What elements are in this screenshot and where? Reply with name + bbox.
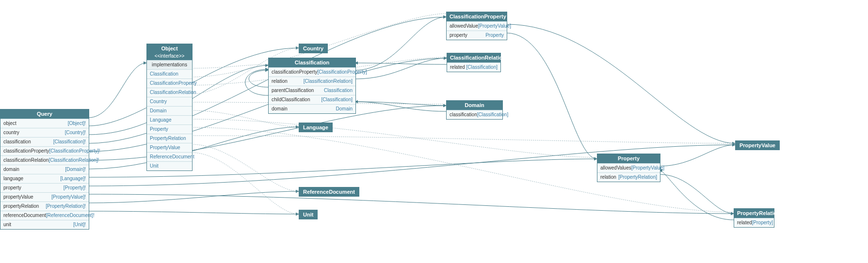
query-row-classificationproperty[interactable]: classificationProperty[ClassificationPro… (0, 146, 89, 155)
property-row-relation[interactable]: relation[PropertyRelation] (597, 172, 660, 182)
node-referencedocument[interactable]: ReferenceDocument (299, 187, 359, 197)
node-unit[interactable]: Unit (299, 210, 318, 219)
object-impl-classificationrelation[interactable]: ClassificationRelation (147, 88, 192, 97)
node-object-subtitle: <<interface>> (147, 53, 192, 60)
node-classificationrelation-title: ClassificationRelation (447, 53, 500, 62)
node-classificationproperty[interactable]: ClassificationProperty allowedValue[Prop… (446, 12, 507, 40)
classificationproperty-row-allowedvalue[interactable]: allowedValue[PropertyValue] (447, 21, 507, 31)
classification-row-domain[interactable]: domainDomain (269, 104, 355, 113)
classification-row-classificationproperty[interactable]: classificationProperty[ClassificationPro… (269, 67, 355, 77)
query-row-property[interactable]: property[Property]! (0, 183, 89, 192)
object-impl-language[interactable]: Language (147, 115, 192, 124)
object-impl-propertyrelation[interactable]: PropertyRelation (147, 134, 192, 143)
query-row-country[interactable]: country[Country]! (0, 128, 89, 137)
node-domain-title: Domain (447, 101, 502, 110)
node-country[interactable]: Country (299, 44, 328, 53)
node-classificationproperty-title: ClassificationProperty (447, 12, 507, 21)
classification-row-relation[interactable]: relation[ClassificationRelation] (269, 77, 355, 86)
propertyrelation-row-related[interactable]: related[Property] (734, 218, 774, 227)
query-row-unit[interactable]: unit[Unit]! (0, 220, 89, 229)
query-row-propertyrelation[interactable]: propertyRelation[PropertyRelation]! (0, 201, 89, 211)
object-impl-unit[interactable]: Unit (147, 161, 192, 170)
node-language[interactable]: Language (299, 123, 333, 132)
object-impl-domain[interactable]: Domain (147, 106, 192, 115)
query-row-classificationrelation[interactable]: classificationRelation[ClassificationRel… (0, 155, 89, 165)
object-impl-classificationproperty[interactable]: ClassificationProperty (147, 78, 192, 88)
node-classification-title: Classification (269, 58, 355, 67)
query-row-object[interactable]: object[Object]! (0, 119, 89, 128)
classification-row-parent[interactable]: parentClassificationClassification (269, 86, 355, 95)
object-impl-country[interactable]: Country (147, 97, 192, 106)
domain-row-classification[interactable]: classification[Classification] (447, 110, 502, 119)
node-property[interactable]: Property allowedValues[PropertyValue] re… (597, 154, 660, 182)
query-row-propertyvalue[interactable]: propertyValue[PropertyValue]! (0, 192, 89, 201)
node-query[interactable]: Query object[Object]! country[Country]! … (0, 109, 89, 230)
node-classificationrelation[interactable]: ClassificationRelation related[Classific… (447, 53, 501, 72)
node-propertyvalue[interactable]: PropertyValue (735, 140, 780, 150)
classificationrelation-row-related[interactable]: related[Classification] (447, 62, 500, 72)
classificationproperty-row-property[interactable]: propertyProperty (447, 31, 507, 40)
object-impl-section: implementations (147, 60, 192, 69)
node-object[interactable]: Object <<interface>> implementations Cla… (146, 44, 193, 171)
node-propertyrelation[interactable]: PropertyRelation related[Property] (734, 208, 774, 228)
object-impl-classification[interactable]: Classification (147, 69, 192, 78)
query-row-referencedocument[interactable]: referenceDocument[ReferenceDocument]! (0, 211, 89, 220)
node-property-title: Property (597, 154, 660, 163)
node-domain[interactable]: Domain classification[Classification] (446, 100, 503, 120)
query-row-domain[interactable]: domain[Domain]! (0, 165, 89, 174)
query-row-classification[interactable]: classification[Classification]! (0, 137, 89, 146)
node-classification[interactable]: Classification classificationProperty[Cl… (268, 58, 356, 114)
query-row-language[interactable]: language[Language]! (0, 174, 89, 183)
property-row-allowedvalues[interactable]: allowedValues[PropertyValue] (597, 163, 660, 172)
node-propertyrelation-title: PropertyRelation (734, 209, 774, 218)
classification-row-child[interactable]: childClassification[Classification] (269, 95, 355, 104)
object-impl-property[interactable]: Property (147, 124, 192, 134)
object-impl-propertyvalue[interactable]: PropertyValue (147, 143, 192, 152)
object-impl-referencedocument[interactable]: ReferenceDocument (147, 152, 192, 161)
node-query-title: Query (0, 109, 89, 119)
node-object-title: Object (147, 44, 192, 53)
